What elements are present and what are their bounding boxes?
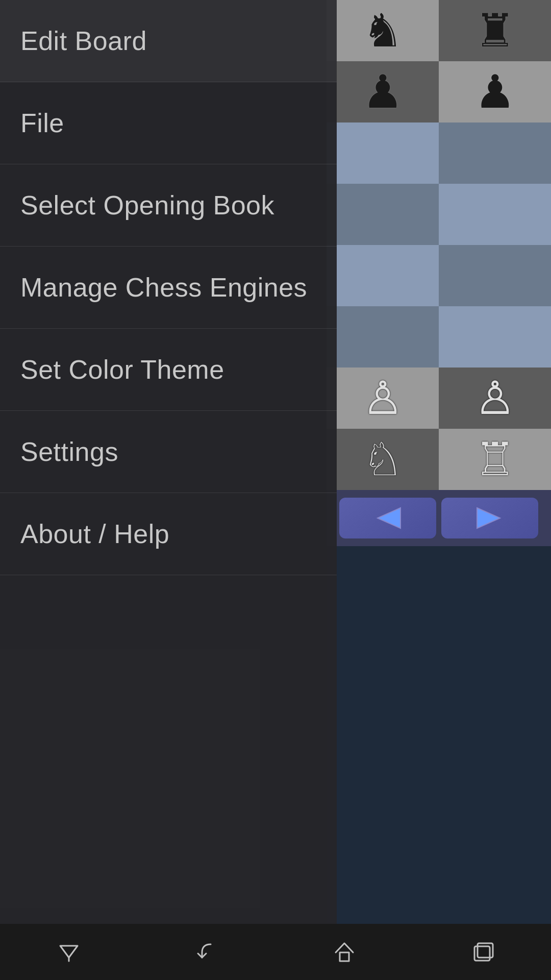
chess-piece-white-pawn: ♙	[362, 375, 404, 421]
chess-cell: ♜	[439, 0, 551, 61]
bottom-navigation-bar	[0, 924, 551, 980]
forward-button[interactable]	[441, 498, 538, 538]
chess-cell	[439, 184, 551, 245]
nav-buttons-area	[327, 490, 551, 546]
chess-cell: ♙	[439, 368, 551, 429]
nav-system-back-button[interactable]	[181, 934, 232, 970]
chess-cell: ♘	[327, 429, 439, 490]
menu-item-file[interactable]: File	[0, 82, 337, 164]
chess-cell	[327, 122, 439, 184]
chess-board-area: Player ♞ ♜ ♟ ♟ ♙ ♙	[327, 0, 551, 980]
chess-cell	[439, 245, 551, 306]
menu-list: Edit Board File Select Opening Book Mana…	[0, 0, 337, 575]
chess-cell: ♙	[327, 368, 439, 429]
menu-item-select-opening-book[interactable]: Select Opening Book	[0, 164, 337, 247]
chess-cell	[439, 306, 551, 368]
chess-piece-black-pawn: ♟	[474, 69, 516, 115]
svg-marker-2	[60, 946, 78, 958]
chess-cell: ♖	[439, 429, 551, 490]
chess-cell	[327, 245, 439, 306]
chess-piece-white-rook: ♖	[474, 436, 516, 482]
menu-item-edit-board[interactable]: Edit Board	[0, 0, 337, 82]
nav-recents-button[interactable]	[457, 934, 508, 970]
back-button[interactable]	[339, 498, 436, 538]
menu-item-manage-chess-engines[interactable]: Manage Chess Engines	[0, 247, 337, 329]
svg-rect-4	[340, 952, 349, 961]
svg-marker-1	[477, 508, 500, 528]
drawer-menu: Edit Board File Select Opening Book Mana…	[0, 0, 337, 944]
menu-item-settings[interactable]: Settings	[0, 411, 337, 493]
chess-cell: ♟	[439, 61, 551, 122]
nav-back-button[interactable]	[43, 934, 94, 970]
chess-cell: ♞	[327, 0, 439, 61]
nav-home-button[interactable]	[319, 934, 370, 970]
chess-piece-white-pawn: ♙	[474, 375, 516, 421]
chess-piece-black-pawn: ♟	[362, 69, 404, 115]
menu-item-set-color-theme[interactable]: Set Color Theme	[0, 329, 337, 411]
chess-cell	[327, 184, 439, 245]
svg-marker-0	[378, 508, 400, 528]
below-nav-area	[327, 546, 551, 944]
chess-cell	[327, 306, 439, 368]
chess-cell: ♟	[327, 61, 439, 122]
chess-piece-black-rook: ♜	[474, 8, 516, 54]
chess-piece-white-knight: ♘	[362, 436, 404, 482]
chess-cell	[439, 122, 551, 184]
chess-piece-black-knight: ♞	[362, 8, 404, 54]
menu-item-about-help[interactable]: About / Help	[0, 493, 337, 575]
chess-board: ♞ ♜ ♟ ♟ ♙ ♙ ♘	[327, 0, 551, 490]
